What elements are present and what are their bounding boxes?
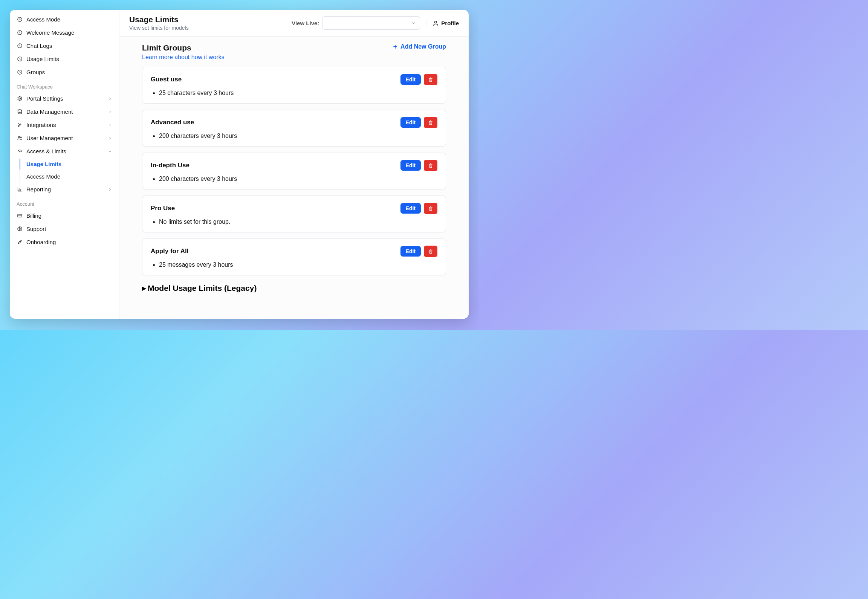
page-title: Usage Limits bbox=[129, 15, 292, 24]
users-icon bbox=[17, 135, 23, 141]
subnav-usage-limits[interactable]: Usage Limits bbox=[20, 158, 117, 170]
sidebar-item-support[interactable]: Support bbox=[12, 222, 117, 235]
main-panel: Usage Limits View set limits for models … bbox=[119, 10, 469, 319]
clock-icon bbox=[17, 69, 23, 75]
clock-icon bbox=[17, 56, 23, 62]
profile-button[interactable]: Profile bbox=[426, 20, 459, 26]
svg-point-5 bbox=[19, 98, 20, 99]
sidebar-item-integrations[interactable]: Integrations bbox=[12, 118, 117, 131]
sidebar-section-chat-workspace: Chat Workspace bbox=[12, 79, 117, 92]
delete-button[interactable] bbox=[424, 74, 437, 85]
sidebar-item-label: Billing bbox=[26, 212, 112, 219]
sidebar-item-access-mode[interactable]: Access Mode bbox=[12, 13, 117, 26]
sidebar-item-groups[interactable]: Groups bbox=[12, 66, 117, 79]
chevron-right-icon bbox=[108, 187, 112, 192]
sidebar-item-label: Portal Settings bbox=[26, 95, 108, 102]
sidebar-item-label: Access Mode bbox=[26, 16, 112, 23]
svg-point-8 bbox=[20, 137, 21, 138]
limit-group-card: Guest use Edit 25 characters every 3 hou… bbox=[142, 67, 446, 104]
chevron-right-icon bbox=[108, 96, 112, 101]
svg-rect-10 bbox=[17, 214, 21, 217]
sidebar-item-label: Integrations bbox=[26, 122, 108, 128]
delete-button[interactable] bbox=[424, 117, 437, 128]
sidebar-item-usage-limits[interactable]: Usage Limits bbox=[12, 52, 117, 66]
limit-group-card: In-depth Use Edit 200 characters every 3… bbox=[142, 153, 446, 189]
clock-icon bbox=[17, 17, 23, 23]
model-usage-limits-legacy-toggle[interactable]: ▶ Model Usage Limits (Legacy) bbox=[142, 284, 446, 293]
sidebar-item-label: Chat Logs bbox=[26, 43, 112, 49]
gear-icon bbox=[17, 96, 23, 102]
page-titles: Usage Limits View set limits for models bbox=[129, 15, 292, 31]
limit-group-cards: Guest use Edit 25 characters every 3 hou… bbox=[142, 67, 446, 275]
sidebar-item-label: User Management bbox=[26, 135, 108, 141]
view-live-value bbox=[322, 17, 407, 29]
topbar: Usage Limits View set limits for models … bbox=[119, 10, 469, 37]
user-icon bbox=[432, 20, 439, 26]
edit-button[interactable]: Edit bbox=[400, 117, 421, 128]
svg-point-6 bbox=[18, 110, 21, 111]
globe-icon bbox=[17, 226, 23, 232]
chevron-right-icon bbox=[108, 136, 112, 141]
edit-button[interactable]: Edit bbox=[400, 74, 421, 85]
limit-group-card: Pro Use Edit No limits set for this grou… bbox=[142, 196, 446, 232]
trash-icon bbox=[428, 120, 433, 125]
sidebar-item-welcome-message[interactable]: Welcome Message bbox=[12, 26, 117, 39]
sidebar-item-label: Reporting bbox=[26, 186, 108, 193]
sidebar-item-label: Groups bbox=[26, 69, 112, 75]
limit-group-card: Apply for All Edit 25 messages every 3 h… bbox=[142, 238, 446, 275]
clock-icon bbox=[17, 30, 23, 36]
plus-icon bbox=[392, 44, 398, 50]
sidebar-item-label: Usage Limits bbox=[26, 56, 112, 62]
chevron-down-icon bbox=[407, 17, 420, 29]
edit-button[interactable]: Edit bbox=[400, 246, 421, 257]
svg-point-12 bbox=[20, 241, 20, 242]
profile-label: Profile bbox=[441, 20, 459, 26]
sidebar-item-access-limits[interactable]: Access & Limits bbox=[12, 145, 117, 158]
sidebar-item-label: Onboarding bbox=[26, 239, 112, 245]
add-new-group-button[interactable]: Add New Group bbox=[392, 43, 446, 50]
access-limits-subnav: Usage Limits Access Mode bbox=[20, 158, 117, 183]
view-live-select[interactable] bbox=[322, 16, 420, 30]
chart-icon bbox=[17, 186, 23, 193]
sidebar-item-label: Access & Limits bbox=[26, 148, 108, 154]
stack-icon bbox=[17, 109, 23, 115]
limit-rule: 25 characters every 3 hours bbox=[159, 90, 437, 96]
edit-button[interactable]: Edit bbox=[400, 160, 421, 171]
sidebar-item-onboarding[interactable]: Onboarding bbox=[12, 235, 117, 249]
triangle-right-icon: ▶ bbox=[142, 285, 146, 291]
sidebar-item-label: Data Management bbox=[26, 108, 108, 115]
delete-button[interactable] bbox=[424, 203, 437, 214]
learn-more-link[interactable]: Learn more about how it works bbox=[142, 54, 225, 61]
limit-group-card: Advanced use Edit 200 characters every 3… bbox=[142, 110, 446, 147]
delete-button[interactable] bbox=[424, 160, 437, 171]
sidebar-item-user-management[interactable]: User Management bbox=[12, 131, 117, 145]
limit-group-title: Guest use bbox=[151, 76, 400, 83]
svg-point-13 bbox=[435, 21, 437, 23]
sidebar-item-billing[interactable]: Billing bbox=[12, 209, 117, 222]
edit-button[interactable]: Edit bbox=[400, 203, 421, 214]
limit-rule: No limits set for this group. bbox=[159, 219, 437, 225]
chevron-right-icon bbox=[108, 110, 112, 114]
limit-rule: 200 characters every 3 hours bbox=[159, 176, 437, 182]
limit-groups-title: Limit Groups bbox=[142, 43, 392, 52]
trash-icon bbox=[428, 249, 433, 254]
sidebar-item-chat-logs[interactable]: Chat Logs bbox=[12, 39, 117, 52]
sidebar-item-portal-settings[interactable]: Portal Settings bbox=[12, 92, 117, 105]
limit-rule: 200 characters every 3 hours bbox=[159, 133, 437, 139]
trash-icon bbox=[428, 77, 433, 82]
chevron-right-icon bbox=[108, 123, 112, 127]
sidebar-item-reporting[interactable]: Reporting bbox=[12, 183, 117, 196]
sidebar-item-data-management[interactable]: Data Management bbox=[12, 105, 117, 118]
subnav-access-mode[interactable]: Access Mode bbox=[20, 170, 117, 183]
sidebar: Access Mode Welcome Message Chat Logs Us… bbox=[10, 10, 119, 319]
trash-icon bbox=[428, 163, 433, 168]
limit-group-title: Pro Use bbox=[151, 205, 400, 212]
limit-group-title: Apply for All bbox=[151, 248, 400, 255]
svg-point-7 bbox=[18, 136, 20, 138]
sidebar-item-label: Welcome Message bbox=[26, 29, 112, 36]
rocket-icon bbox=[17, 239, 23, 245]
delete-button[interactable] bbox=[424, 246, 437, 257]
sidebar-item-label: Support bbox=[26, 226, 112, 232]
limit-rule: 25 messages every 3 hours bbox=[159, 261, 437, 268]
page-subtitle: View set limits for models bbox=[129, 25, 292, 31]
